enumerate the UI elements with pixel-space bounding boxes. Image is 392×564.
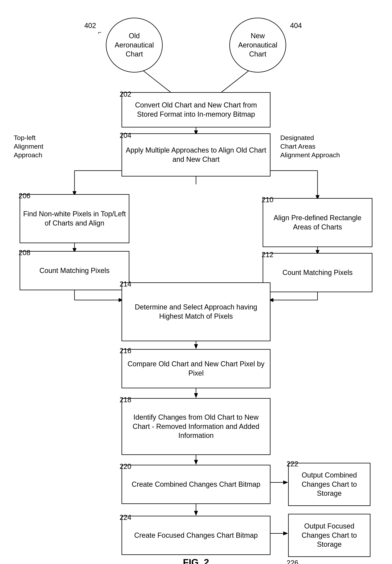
ref-222: 222: [286, 460, 298, 468]
compare-pixel-label: Compare Old Chart and New Chart Pixel by…: [124, 359, 268, 378]
convert-label: Convert Old Chart and New Chart from Sto…: [124, 101, 268, 119]
ref-212: 212: [262, 251, 273, 259]
align-predefined-node: Align Pre-defined Rectangle Areas of Cha…: [263, 198, 372, 247]
convert-node: Convert Old Chart and New Chart from Sto…: [122, 92, 270, 127]
identify-changes-node: Identify Changes from Old Chart to New C…: [122, 398, 270, 455]
svg-line-1: [221, 70, 249, 92]
count-pixels-right-node: Count Matching Pixels: [263, 253, 372, 292]
ref-216: 216: [120, 347, 131, 355]
create-focused-label: Create Focused Changes Chart Bitmap: [134, 531, 258, 540]
count-pixels-left-label: Count Matching Pixels: [39, 266, 109, 275]
apply-approaches-node: Apply Multiple Approaches to Align Old C…: [122, 133, 270, 176]
svg-marker-27: [283, 480, 288, 484]
designated-approach-label: Designated Chart Areas Alignment Approac…: [280, 133, 345, 159]
ref-402-arrow: ⌐: [98, 29, 102, 36]
ref-224: 224: [120, 513, 131, 522]
svg-marker-21: [194, 344, 198, 349]
old-chart-node: Old Aeronautical Chart: [106, 18, 163, 72]
output-focused-node: Output Focused Changes Chart to Storage: [288, 514, 370, 557]
top-left-approach-label: Top-left Alignment Approach: [14, 133, 68, 159]
svg-marker-29: [194, 511, 198, 516]
svg-marker-31: [283, 531, 288, 535]
ref-202: 202: [120, 90, 131, 99]
output-combined-node: Output Combined Changes Chart to Storage: [288, 463, 370, 506]
ref-404: 404: [290, 22, 302, 30]
align-predefined-label: Align Pre-defined Rectangle Areas of Cha…: [265, 213, 370, 232]
ref-210: 210: [262, 196, 273, 204]
fig-caption: FIG. 2: [157, 557, 235, 564]
count-pixels-left-node: Count Matching Pixels: [20, 251, 129, 290]
determine-select-label: Determine and Select Approach having Hig…: [124, 303, 268, 321]
ref-220: 220: [120, 462, 131, 471]
find-nonwhite-label: Find Non-white Pixels in Top/Left of Cha…: [22, 210, 127, 228]
svg-marker-23: [194, 393, 198, 398]
diagram-container: Old Aeronautical Chart 402 ⌐ New Aeronau…: [0, 0, 392, 564]
count-pixels-right-label: Count Matching Pixels: [283, 268, 353, 277]
determine-select-node: Determine and Select Approach having Hig…: [122, 282, 270, 341]
identify-changes-label: Identify Changes from Old Chart to New C…: [124, 413, 268, 440]
ref-226: 226: [286, 559, 298, 564]
create-combined-node: Create Combined Changes Chart Bitmap: [122, 465, 270, 504]
svg-line-0: [143, 70, 171, 92]
ref-218: 218: [120, 396, 131, 404]
create-focused-node: Create Focused Changes Chart Bitmap: [122, 516, 270, 555]
create-combined-label: Create Combined Changes Chart Bitmap: [132, 480, 260, 489]
new-chart-label: New Aeronautical Chart: [238, 31, 277, 59]
find-nonwhite-node: Find Non-white Pixels in Top/Left of Cha…: [20, 194, 129, 243]
output-focused-label: Output Focused Changes Chart to Storage: [291, 522, 368, 549]
apply-approaches-label: Apply Multiple Approaches to Align Old C…: [124, 146, 268, 164]
new-chart-node: New Aeronautical Chart: [229, 18, 286, 72]
ref-214: 214: [120, 280, 131, 288]
old-chart-label: Old Aeronautical Chart: [115, 31, 154, 59]
svg-marker-25: [194, 460, 198, 465]
compare-pixel-node: Compare Old Chart and New Chart Pixel by…: [122, 349, 270, 388]
ref-402: 402: [84, 22, 96, 30]
ref-204: 204: [120, 131, 131, 140]
output-combined-label: Output Combined Changes Chart to Storage: [291, 471, 368, 498]
ref-208: 208: [19, 249, 30, 257]
ref-206: 206: [19, 192, 30, 200]
